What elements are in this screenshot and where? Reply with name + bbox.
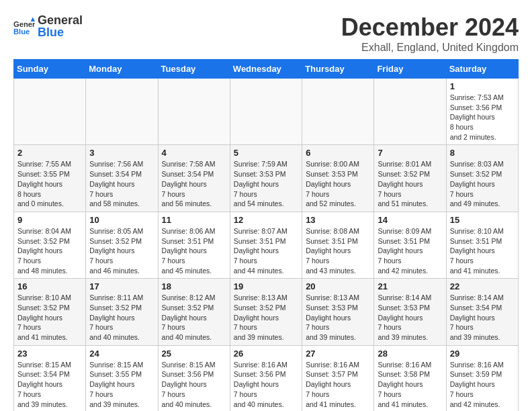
calendar-cell: 9 Sunrise: 8:04 AM Sunset: 3:52 PM Dayli… [14, 212, 86, 278]
calendar-cell: 16 Sunrise: 8:10 AM Sunset: 3:52 PM Dayl… [14, 279, 86, 345]
day-info: Sunrise: 8:16 AM Sunset: 3:57 PM Dayligh… [306, 360, 370, 409]
title-area: December 2024 Exhall, England, United Ki… [341, 13, 519, 54]
calendar-body: 1 Sunrise: 7:53 AM Sunset: 3:56 PM Dayli… [14, 79, 519, 412]
logo: General Blue General Blue [13, 13, 83, 40]
day-info: Sunrise: 7:56 AM Sunset: 3:54 PM Dayligh… [89, 159, 154, 208]
day-info: Sunrise: 8:10 AM Sunset: 3:51 PM Dayligh… [450, 226, 515, 275]
day-number: 14 [378, 215, 442, 225]
day-info: Sunrise: 8:16 AM Sunset: 3:58 PM Dayligh… [378, 360, 442, 409]
day-number: 6 [306, 148, 370, 158]
col-thursday: Thursday [302, 60, 374, 79]
calendar-header: Sunday Monday Tuesday Wednesday Thursday… [14, 60, 519, 79]
day-number: 9 [17, 215, 82, 225]
day-number: 11 [162, 215, 226, 225]
calendar-cell: 1 Sunrise: 7:53 AM Sunset: 3:56 PM Dayli… [446, 79, 518, 145]
calendar-cell: 14 Sunrise: 8:09 AM Sunset: 3:51 PM Dayl… [374, 212, 446, 278]
calendar-cell: 28 Sunrise: 8:16 AM Sunset: 3:58 PM Dayl… [374, 345, 446, 411]
calendar-week-4: 16 Sunrise: 8:10 AM Sunset: 3:52 PM Dayl… [14, 279, 519, 345]
calendar-cell: 25 Sunrise: 8:15 AM Sunset: 3:56 PM Dayl… [158, 345, 230, 411]
calendar-cell [374, 79, 446, 145]
day-info: Sunrise: 8:13 AM Sunset: 3:52 PM Dayligh… [234, 293, 298, 342]
calendar-cell: 21 Sunrise: 8:14 AM Sunset: 3:53 PM Dayl… [374, 279, 446, 345]
day-info: Sunrise: 8:12 AM Sunset: 3:52 PM Dayligh… [162, 293, 226, 342]
calendar-cell: 8 Sunrise: 8:03 AM Sunset: 3:52 PM Dayli… [446, 145, 518, 212]
day-number: 18 [162, 281, 226, 291]
day-number: 13 [306, 215, 370, 225]
day-number: 27 [306, 349, 370, 359]
day-number: 4 [162, 148, 226, 158]
day-number: 24 [89, 349, 154, 359]
calendar-cell [86, 79, 158, 145]
calendar-cell [302, 79, 374, 145]
day-info: Sunrise: 8:15 AM Sunset: 3:54 PM Dayligh… [17, 360, 82, 409]
calendar-cell: 15 Sunrise: 8:10 AM Sunset: 3:51 PM Dayl… [446, 212, 518, 278]
col-friday: Friday [374, 60, 446, 79]
day-info: Sunrise: 8:08 AM Sunset: 3:51 PM Dayligh… [306, 226, 370, 275]
calendar-cell: 6 Sunrise: 8:00 AM Sunset: 3:53 PM Dayli… [302, 145, 374, 212]
day-info: Sunrise: 8:15 AM Sunset: 3:55 PM Dayligh… [89, 360, 154, 409]
day-number: 19 [234, 281, 298, 291]
day-number: 25 [162, 349, 226, 359]
month-title: December 2024 [341, 13, 519, 42]
day-number: 16 [17, 281, 82, 291]
day-number: 12 [234, 215, 298, 225]
calendar-cell: 20 Sunrise: 8:13 AM Sunset: 3:53 PM Dayl… [302, 279, 374, 345]
day-info: Sunrise: 8:05 AM Sunset: 3:52 PM Dayligh… [89, 226, 154, 275]
calendar-week-2: 2 Sunrise: 7:55 AM Sunset: 3:55 PM Dayli… [14, 145, 519, 212]
day-info: Sunrise: 8:11 AM Sunset: 3:52 PM Dayligh… [89, 293, 154, 342]
day-info: Sunrise: 8:14 AM Sunset: 3:53 PM Dayligh… [378, 293, 442, 342]
day-number: 7 [378, 148, 442, 158]
day-info: Sunrise: 8:10 AM Sunset: 3:52 PM Dayligh… [17, 293, 82, 342]
calendar-table: Sunday Monday Tuesday Wednesday Thursday… [13, 59, 519, 411]
calendar-cell: 24 Sunrise: 8:15 AM Sunset: 3:55 PM Dayl… [86, 345, 158, 411]
calendar-week-3: 9 Sunrise: 8:04 AM Sunset: 3:52 PM Dayli… [14, 212, 519, 278]
col-wednesday: Wednesday [230, 60, 302, 79]
calendar-cell: 22 Sunrise: 8:14 AM Sunset: 3:54 PM Dayl… [446, 279, 518, 345]
calendar-cell: 3 Sunrise: 7:56 AM Sunset: 3:54 PM Dayli… [86, 145, 158, 212]
calendar-cell: 17 Sunrise: 8:11 AM Sunset: 3:52 PM Dayl… [86, 279, 158, 345]
day-info: Sunrise: 7:59 AM Sunset: 3:53 PM Dayligh… [234, 159, 298, 208]
day-info: Sunrise: 8:09 AM Sunset: 3:51 PM Dayligh… [378, 226, 442, 275]
day-info: Sunrise: 8:15 AM Sunset: 3:56 PM Dayligh… [162, 360, 226, 409]
location-subtitle: Exhall, England, United Kingdom [341, 42, 519, 54]
day-number: 8 [450, 148, 515, 158]
col-saturday: Saturday [446, 60, 518, 79]
day-info: Sunrise: 7:53 AM Sunset: 3:56 PM Dayligh… [450, 93, 515, 142]
calendar-cell: 29 Sunrise: 8:16 AM Sunset: 3:59 PM Dayl… [446, 345, 518, 411]
day-info: Sunrise: 8:04 AM Sunset: 3:52 PM Dayligh… [17, 226, 82, 275]
calendar-cell: 11 Sunrise: 8:06 AM Sunset: 3:51 PM Dayl… [158, 212, 230, 278]
day-number: 26 [234, 349, 298, 359]
day-number: 21 [378, 281, 442, 291]
day-number: 10 [89, 215, 154, 225]
day-number: 1 [450, 81, 515, 91]
col-tuesday: Tuesday [158, 60, 230, 79]
day-number: 2 [17, 148, 82, 158]
day-info: Sunrise: 8:01 AM Sunset: 3:52 PM Dayligh… [378, 159, 442, 208]
day-number: 17 [89, 281, 154, 291]
calendar-cell [14, 79, 86, 145]
svg-text:Blue: Blue [13, 28, 30, 36]
col-monday: Monday [86, 60, 158, 79]
day-info: Sunrise: 8:03 AM Sunset: 3:52 PM Dayligh… [450, 159, 515, 208]
col-sunday: Sunday [14, 60, 86, 79]
day-info: Sunrise: 8:14 AM Sunset: 3:54 PM Dayligh… [450, 293, 515, 342]
calendar-cell: 18 Sunrise: 8:12 AM Sunset: 3:52 PM Dayl… [158, 279, 230, 345]
calendar-cell: 27 Sunrise: 8:16 AM Sunset: 3:57 PM Dayl… [302, 345, 374, 411]
day-number: 20 [306, 281, 370, 291]
day-info: Sunrise: 8:16 AM Sunset: 3:56 PM Dayligh… [234, 360, 298, 409]
day-number: 22 [450, 281, 515, 291]
svg-marker-2 [31, 17, 35, 21]
page-header: General Blue General Blue December 2024 … [13, 13, 519, 54]
calendar-cell [230, 79, 302, 145]
day-number: 23 [17, 349, 82, 359]
day-number: 5 [234, 148, 298, 158]
day-number: 28 [378, 349, 442, 359]
logo-icon: General Blue [13, 16, 35, 38]
calendar-cell: 13 Sunrise: 8:08 AM Sunset: 3:51 PM Dayl… [302, 212, 374, 278]
day-info: Sunrise: 8:07 AM Sunset: 3:51 PM Dayligh… [234, 226, 298, 275]
day-info: Sunrise: 7:55 AM Sunset: 3:55 PM Dayligh… [17, 159, 82, 208]
calendar-cell: 23 Sunrise: 8:15 AM Sunset: 3:54 PM Dayl… [14, 345, 86, 411]
calendar-cell: 10 Sunrise: 8:05 AM Sunset: 3:52 PM Dayl… [86, 212, 158, 278]
day-info: Sunrise: 8:16 AM Sunset: 3:59 PM Dayligh… [450, 360, 515, 409]
calendar-cell: 19 Sunrise: 8:13 AM Sunset: 3:52 PM Dayl… [230, 279, 302, 345]
